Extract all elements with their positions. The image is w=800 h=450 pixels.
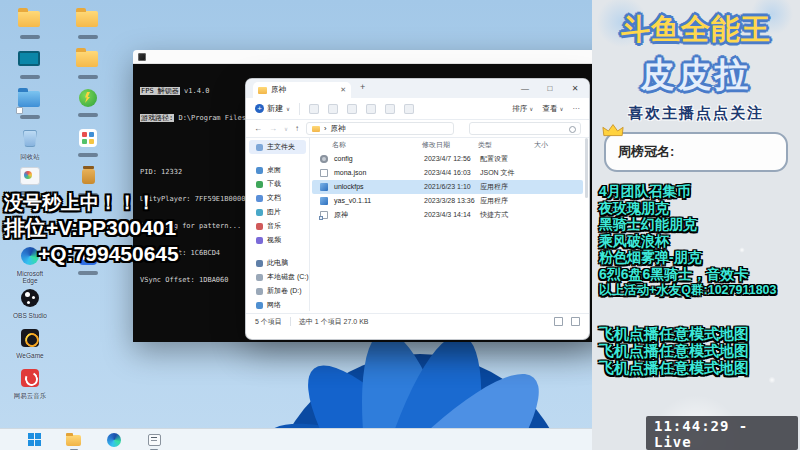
- icon-label-blur: [20, 115, 40, 119]
- minimize-button[interactable]: —: [519, 80, 531, 97]
- loop-line: 飞机点播任意模式地图: [599, 325, 800, 342]
- maximize-button[interactable]: □: [544, 80, 556, 97]
- desktop-icon-obs[interactable]: OBS Studio: [10, 288, 50, 319]
- icon-label: OBS Studio: [10, 312, 50, 319]
- desktop-icon-folder-3[interactable]: [68, 48, 108, 79]
- share-icon[interactable]: [385, 104, 395, 114]
- column-name[interactable]: 名称: [332, 140, 346, 150]
- desktop-icon-colorful-app[interactable]: [68, 128, 108, 157]
- nav-item-disk-d[interactable]: 新加卷 (D:): [246, 284, 309, 298]
- taskbar-edge[interactable]: [106, 432, 122, 448]
- folder-icon: [18, 11, 42, 32]
- icon-label-blur: [20, 35, 40, 39]
- taskbar-console[interactable]: [146, 432, 162, 448]
- column-type[interactable]: 类型: [478, 140, 492, 150]
- wegame-icon: [18, 329, 42, 350]
- loop-announcements: 飞机点播任意模式地图 飞机点播任意模式地图 飞机点播任意模式地图: [599, 325, 800, 376]
- view-button[interactable]: 查看 ∨: [542, 104, 563, 114]
- details-view-toggle-icon[interactable]: [554, 317, 563, 326]
- activity-line: 乘风破浪杯: [599, 233, 800, 250]
- recent-locations-icon[interactable]: ∨: [284, 126, 288, 132]
- more-options-button[interactable]: ···: [573, 104, 581, 113]
- loop-line: 飞机点播任意模式地图: [599, 359, 800, 376]
- clock-time: 11:44:29 - Live: [654, 418, 790, 450]
- column-date[interactable]: 修改日期: [422, 140, 450, 150]
- desktop-icon-display[interactable]: [10, 48, 50, 79]
- icon-label-blur: [78, 113, 98, 117]
- chevron-down-icon: ∨: [286, 106, 290, 112]
- file-list-header: 名称 修改日期 类型 大小: [310, 138, 585, 150]
- status-divider: [290, 317, 291, 326]
- file-row-config[interactable]: config2023/4/7 12:56配置设置: [312, 152, 583, 166]
- selection-info: 选中 1 个项目 27.0 KB: [299, 317, 369, 327]
- desktop-icon-folder-blue[interactable]: [10, 88, 50, 119]
- recycle-bin-icon: [18, 130, 42, 151]
- toolbar-divider: [299, 103, 300, 115]
- forward-button[interactable]: →: [269, 124, 277, 133]
- obs-studio-icon: [18, 289, 42, 310]
- copy-icon[interactable]: [328, 104, 338, 114]
- nav-item-videos[interactable]: 视频: [246, 233, 309, 247]
- desktop-icon-wegame[interactable]: WeGame: [10, 328, 50, 359]
- column-size[interactable]: 大小: [534, 140, 548, 150]
- desktop-icon-folder-2[interactable]: [68, 8, 108, 39]
- tab-close-icon[interactable]: ✕: [340, 86, 346, 94]
- colorful-app-icon: [76, 129, 100, 150]
- up-button[interactable]: ↑: [295, 124, 299, 133]
- folder-icon: [76, 51, 100, 72]
- panel-title-line2: 皮皮拉: [592, 52, 800, 98]
- nav-item-disk-c[interactable]: 本地磁盘 (C:): [246, 270, 309, 284]
- cut-icon[interactable]: [309, 104, 319, 114]
- icon-label-blur: [78, 153, 98, 157]
- home-icon: [256, 144, 263, 151]
- delete-icon[interactable]: [404, 104, 414, 114]
- file-row-yas[interactable]: yas_v0.1.112023/3/28 13:36应用程序: [312, 194, 583, 208]
- file-row-genshin-shortcut[interactable]: 原神2023/4/3 14:14快捷方式: [312, 208, 583, 222]
- desktop-icon-netease-music[interactable]: 网易云音乐: [10, 368, 50, 399]
- explorer-tab[interactable]: 原神 ✕: [253, 82, 351, 98]
- activity-line: 粉色烟雾弹-朋克: [599, 249, 800, 266]
- scrollbar[interactable]: [585, 138, 588, 198]
- close-button[interactable]: ✕: [569, 80, 581, 97]
- explorer-tab-bar: 原神 ✕ + — □ ✕: [246, 79, 589, 98]
- activity-line: 夜玫瑰朋克: [599, 200, 800, 217]
- sort-button[interactable]: 排序 ∨: [512, 104, 533, 114]
- new-tab-button[interactable]: +: [360, 82, 365, 92]
- nav-item-downloads[interactable]: 下载: [246, 177, 309, 191]
- breadcrumb-folder[interactable]: 原神: [331, 124, 346, 134]
- file-row-mona-json[interactable]: mona.json2023/4/4 16:03JSON 文件: [312, 166, 583, 180]
- nav-item-this-pc[interactable]: 此电脑: [246, 256, 309, 270]
- breadcrumb[interactable]: › 原神: [306, 122, 454, 135]
- nav-item-home[interactable]: 主文件夹: [249, 140, 306, 154]
- desktop-icon-green-app[interactable]: [68, 88, 108, 117]
- nav-item-documents[interactable]: 文档: [246, 191, 309, 205]
- nav-item-music[interactable]: 音乐: [246, 219, 309, 233]
- nav-item-pictures[interactable]: 图片: [246, 205, 309, 219]
- rename-icon[interactable]: [366, 104, 376, 114]
- green-app-icon: [76, 89, 100, 110]
- tab-title: 原神: [271, 85, 336, 95]
- config-file-icon: [320, 155, 328, 163]
- start-button[interactable]: [26, 432, 42, 448]
- ad-line-3: +Q:799450645: [4, 241, 179, 267]
- search-input[interactable]: [469, 122, 581, 135]
- back-button[interactable]: ←: [254, 124, 262, 133]
- weekly-sponsor-box: 周榜冠名:: [604, 132, 788, 172]
- file-row-unlockfps-selected[interactable]: unlockfps2021/6/23 1:10应用程序: [312, 180, 583, 194]
- folder-icon: [258, 87, 267, 94]
- icon-label: 网易云音乐: [10, 392, 50, 399]
- desktop-icon: [256, 167, 263, 174]
- desktop-icon-recycle-bin[interactable]: 回收站: [10, 128, 50, 160]
- paste-icon[interactable]: [347, 104, 357, 114]
- weekly-sponsor-label: 周榜冠名:: [618, 143, 674, 161]
- nav-item-desktop[interactable]: 桌面: [246, 163, 309, 177]
- taskbar-file-explorer[interactable]: [66, 432, 82, 448]
- icon-label: Microsoft Edge: [10, 270, 50, 284]
- nav-item-network[interactable]: 网络: [246, 298, 309, 311]
- desktop-icon-folder-1[interactable]: [10, 8, 50, 39]
- large-icons-view-toggle-icon[interactable]: [571, 317, 580, 326]
- console-title-bar[interactable]: — □ ✕: [133, 50, 640, 64]
- new-button[interactable]: + 新建 ∨: [255, 103, 290, 114]
- music-icon: [256, 223, 263, 230]
- file-explorer-window: 原神 ✕ + — □ ✕ + 新建 ∨ 排序 ∨: [245, 78, 590, 340]
